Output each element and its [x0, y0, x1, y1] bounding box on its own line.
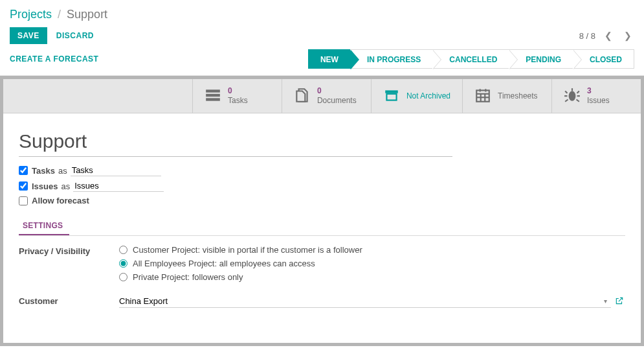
calendar-icon [474, 87, 491, 106]
tasks-icon [205, 87, 221, 106]
stat-row: 0 Tasks 0 Documents Not Archived [3, 79, 641, 113]
visibility-option-portal[interactable]: Customer Project: visible in portal if t… [119, 245, 625, 255]
visibility-followers-text: Private Project: followers only [133, 272, 243, 282]
archive-icon [383, 87, 400, 106]
stat-archived-button[interactable]: Not Archived [371, 79, 462, 113]
visibility-portal-text: Customer Project: visible in portal if t… [133, 245, 362, 255]
customer-input[interactable] [119, 295, 600, 307]
stat-timesheets-label: Timesheets [498, 91, 538, 101]
use-issues-checkbox[interactable] [19, 181, 28, 191]
visibility-option-followers[interactable]: Private Project: followers only [119, 272, 625, 282]
svg-rect-5 [476, 90, 489, 101]
svg-rect-3 [385, 90, 398, 93]
pager-next-icon[interactable]: ❯ [621, 28, 634, 43]
discard-button[interactable]: DISCARD [56, 31, 94, 40]
svg-point-12 [569, 91, 576, 100]
allow-forecast-checkbox[interactable] [19, 196, 28, 205]
svg-rect-0 [206, 89, 220, 92]
use-issues-label: Issues [32, 181, 58, 191]
customer-label: Customer [19, 295, 119, 308]
project-name-input[interactable] [19, 129, 452, 156]
svg-rect-4 [386, 93, 396, 100]
visibility-radio-employees[interactable] [119, 259, 128, 268]
visibility-radio-portal[interactable] [119, 246, 128, 254]
svg-line-19 [577, 99, 579, 101]
stat-documents-button[interactable]: 0 Documents [282, 79, 371, 113]
breadcrumb-root[interactable]: Projects [10, 8, 52, 21]
privacy-visibility-label: Privacy / Visibility [19, 245, 119, 286]
issues-as-text: as [61, 181, 70, 191]
stat-issues-count: 3 [587, 86, 610, 96]
svg-line-18 [565, 99, 568, 101]
stat-tasks-count: 0 [228, 86, 248, 96]
tasks-as-text: as [58, 166, 67, 176]
stat-archived-label: Not Archived [406, 91, 450, 101]
save-button[interactable]: SAVE [10, 27, 47, 44]
visibility-option-employees[interactable]: All Employees Project: all employees can… [119, 259, 625, 268]
pager-prev-icon[interactable]: ❮ [602, 28, 615, 43]
breadcrumb-current: Support [67, 8, 107, 21]
visibility-radio-followers[interactable] [119, 273, 128, 281]
issues-alias-input[interactable] [73, 180, 164, 192]
bug-icon [564, 87, 581, 106]
stat-documents-count: 0 [317, 86, 357, 96]
tasks-alias-input[interactable] [71, 165, 161, 176]
status-step-cancelled[interactable]: CANCELLED [432, 49, 509, 69]
visibility-employees-text: All Employees Project: all employees can… [133, 259, 315, 268]
svg-line-14 [565, 91, 567, 93]
stat-issues-label: Issues [587, 96, 610, 106]
pager-text: 8 / 8 [579, 31, 595, 41]
use-tasks-label: Tasks [32, 166, 55, 176]
breadcrumb: Projects / Support [10, 6, 634, 22]
status-step-pending[interactable]: PENDING [509, 49, 573, 69]
stat-timesheets-button[interactable]: Timesheets [462, 79, 551, 113]
breadcrumb-separator: / [58, 8, 61, 21]
external-link-icon[interactable] [615, 296, 624, 307]
documents-icon [294, 87, 311, 106]
stat-issues-button[interactable]: 3 Issues [551, 79, 641, 113]
stat-tasks-label: Tasks [228, 96, 248, 106]
stat-tasks-button[interactable]: 0 Tasks [192, 79, 282, 113]
tab-settings[interactable]: SETTINGS [19, 217, 69, 235]
create-forecast-button[interactable]: CREATE A FORECAST [10, 54, 98, 64]
chevron-down-icon[interactable]: ▾ [600, 298, 611, 305]
status-step-new[interactable]: NEW [308, 49, 350, 69]
stat-documents-label: Documents [317, 96, 357, 106]
use-tasks-checkbox[interactable] [19, 166, 28, 175]
pager: 8 / 8 ❮ ❯ [579, 28, 634, 43]
status-bar: NEW IN PROGRESS CANCELLED PENDING CLOSED [308, 49, 634, 69]
allow-forecast-label: Allow forecast [32, 196, 89, 205]
status-step-in-progress[interactable]: IN PROGRESS [350, 49, 432, 69]
status-step-closed[interactable]: CLOSED [573, 49, 634, 69]
svg-line-15 [577, 91, 579, 93]
svg-rect-1 [206, 93, 220, 96]
svg-rect-2 [206, 98, 220, 100]
